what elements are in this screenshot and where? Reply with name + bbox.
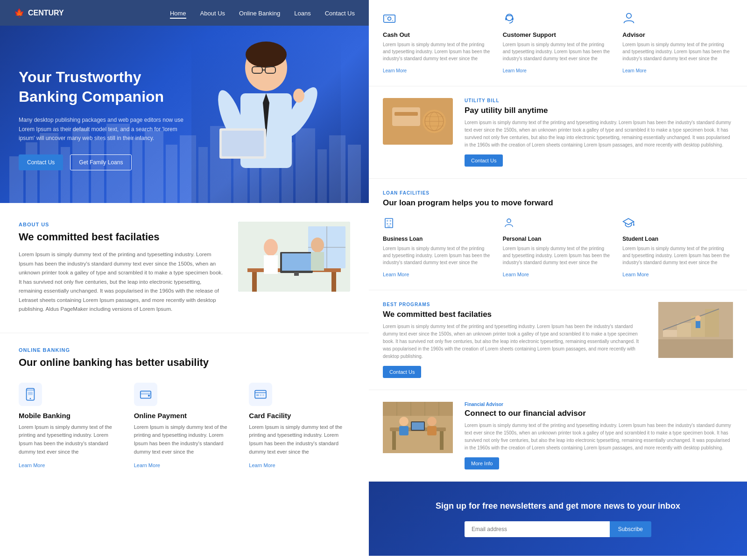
advisor-content: Financial Advisor Connect to our financi…	[465, 402, 733, 469]
mobile-banking-link[interactable]: Learn More	[19, 462, 45, 468]
svg-rect-50	[28, 392, 33, 395]
svg-rect-52	[140, 392, 150, 394]
svg-rect-82	[388, 225, 391, 228]
svg-rect-65	[512, 17, 514, 20]
navbar: 🍁 CENTURY Home About Us Online Banking L…	[0, 0, 369, 26]
svg-point-86	[633, 224, 634, 225]
nav-item-home[interactable]: Home	[170, 9, 186, 17]
nav-item-online-banking[interactable]: Online Banking	[239, 9, 280, 17]
svg-rect-89	[663, 330, 677, 337]
svg-rect-99	[440, 431, 444, 450]
graduation-icon-svg	[622, 217, 634, 229]
personal-loan-title: Personal Loan	[503, 236, 613, 242]
svg-rect-58	[263, 394, 265, 396]
mobile-banking-text: Lorem Ipsum is simply dummy text of the …	[19, 423, 120, 456]
programs-title: We committed best facilaties	[383, 310, 647, 319]
svg-rect-103	[427, 426, 437, 435]
office-svg	[238, 222, 350, 292]
advisor-image-svg	[383, 402, 453, 453]
nav-links: Home About Us Online Banking Loans Conta…	[170, 9, 355, 17]
svg-point-83	[507, 219, 511, 223]
advisor-section-text: Lorem ipsum is simply dummy text of the …	[465, 422, 733, 452]
business-loan-link[interactable]: Learn More	[383, 272, 409, 277]
cash-out-link[interactable]: Learn More	[383, 68, 407, 73]
contact-us-button[interactable]: Contact Us	[19, 154, 63, 170]
mobile-banking-icon	[19, 383, 42, 406]
utility-image	[383, 98, 453, 145]
cash-icon-svg	[383, 12, 396, 25]
mobile-icon-svg	[24, 388, 37, 401]
programs-text: Lorem ipsum is simply dummy text of the …	[383, 323, 647, 360]
svg-rect-80	[387, 223, 388, 224]
card-facility-icon	[249, 383, 272, 406]
student-loan-text: Lorem Ipsum is simply dummy text of the …	[622, 245, 733, 266]
about-description: Lorem Ipsum is simply dummy text of the …	[19, 250, 224, 314]
card-icon-svg	[254, 388, 267, 401]
svg-rect-57	[260, 394, 262, 396]
advisor-image	[383, 402, 453, 453]
loan-grid: Business Loan Lorem Ipsum is simply dumm…	[383, 217, 733, 278]
advisor-service-link[interactable]: Learn More	[622, 68, 646, 73]
utility-bill-section: UTILITY BILL Pay utility bill anytime Lo…	[369, 86, 747, 179]
online-payment-text: Lorem Ipsum is simply dummy text of the …	[134, 423, 235, 456]
svg-rect-38	[252, 272, 257, 292]
person-svg	[191, 35, 341, 203]
loan-student: Student Loan Lorem Ipsum is simply dummy…	[622, 217, 733, 278]
advisor-more-info-button[interactable]: More Info	[465, 457, 499, 469]
personal-loan-icon	[503, 217, 613, 232]
nav-item-loans[interactable]: Loans	[294, 9, 310, 17]
hero-buttons: Contact Us Get Family Loans	[19, 154, 187, 170]
svg-rect-81	[390, 223, 391, 224]
top-services: Cash Out Lorem Ipsum is simply dummy tex…	[369, 0, 747, 86]
newsletter-section: Sign up for free newsletters and get mor…	[369, 482, 747, 556]
cash-out-title: Cash Out	[383, 31, 493, 38]
svg-point-48	[30, 398, 31, 399]
headset-icon-svg	[503, 12, 516, 25]
family-loans-button[interactable]: Get Family Loans	[70, 154, 132, 170]
svg-point-53	[148, 395, 150, 397]
svg-rect-68	[392, 107, 420, 126]
right-panel: Cash Out Lorem Ipsum is simply dummy tex…	[369, 0, 747, 560]
loan-personal: Personal Loan Lorem Ipsum is simply dumm…	[503, 217, 613, 278]
utility-text: Lorem ipsum is simply dummy text of the …	[465, 119, 733, 149]
about-title: We committed best facilaties	[19, 231, 224, 243]
student-loan-link[interactable]: Learn More	[622, 272, 648, 277]
about-label: ABOUT US	[19, 222, 224, 227]
student-loan-title: Student Loan	[622, 236, 733, 242]
svg-point-22	[246, 42, 287, 68]
customer-support-link[interactable]: Learn More	[503, 68, 527, 73]
svg-point-100	[399, 417, 409, 426]
hero-section: Your Trustworthy Banking Companion Many …	[0, 26, 369, 203]
personal-loan-link[interactable]: Learn More	[503, 272, 529, 277]
about-text: ABOUT US We committed best facilaties Lo…	[19, 222, 224, 314]
newsletter-subscribe-button[interactable]: Subscribe	[610, 521, 651, 537]
service-advisor: Advisor Lorem Ipsum is simply dummy text…	[622, 12, 733, 74]
cash-out-icon	[383, 12, 493, 28]
business-loan-title: Business Loan	[383, 236, 493, 242]
financial-advisor-section: Financial Advisor Connect to our financi…	[369, 390, 747, 482]
advisor-section-label: Financial Advisor	[465, 402, 733, 407]
svg-point-60	[388, 17, 391, 20]
utility-contact-button[interactable]: Contact Us	[465, 154, 503, 167]
programs-contact-button[interactable]: Contact Us	[383, 366, 421, 378]
nav-item-about[interactable]: About Us	[200, 9, 225, 17]
business-loan-icon	[383, 217, 493, 232]
svg-rect-101	[399, 426, 409, 435]
card-facility-link[interactable]: Learn More	[249, 462, 275, 468]
newsletter-title: Sign up for free newsletters and get mor…	[383, 500, 733, 512]
newsletter-form: Subscribe	[465, 521, 651, 537]
newsletter-email-input[interactable]	[465, 521, 610, 537]
about-image-inner	[238, 222, 350, 292]
svg-rect-51	[140, 391, 150, 398]
programs-content: BEST PROGRAMS We committed best facilati…	[383, 302, 647, 378]
personal-loan-text: Lorem Ipsum is simply dummy text of the …	[503, 245, 613, 266]
online-payment-icon	[134, 383, 157, 406]
online-payment-link[interactable]: Learn More	[134, 462, 160, 468]
utility-image-svg	[383, 98, 453, 145]
nav-item-contact[interactable]: Contact Us	[325, 9, 355, 17]
svg-rect-106	[383, 402, 453, 416]
mobile-banking-title: Mobile Banking	[19, 412, 120, 420]
feature-mobile-banking: Mobile Banking Lorem Ipsum is simply dum…	[19, 383, 120, 469]
svg-point-45	[311, 238, 324, 252]
wallet-icon-svg	[139, 388, 152, 401]
